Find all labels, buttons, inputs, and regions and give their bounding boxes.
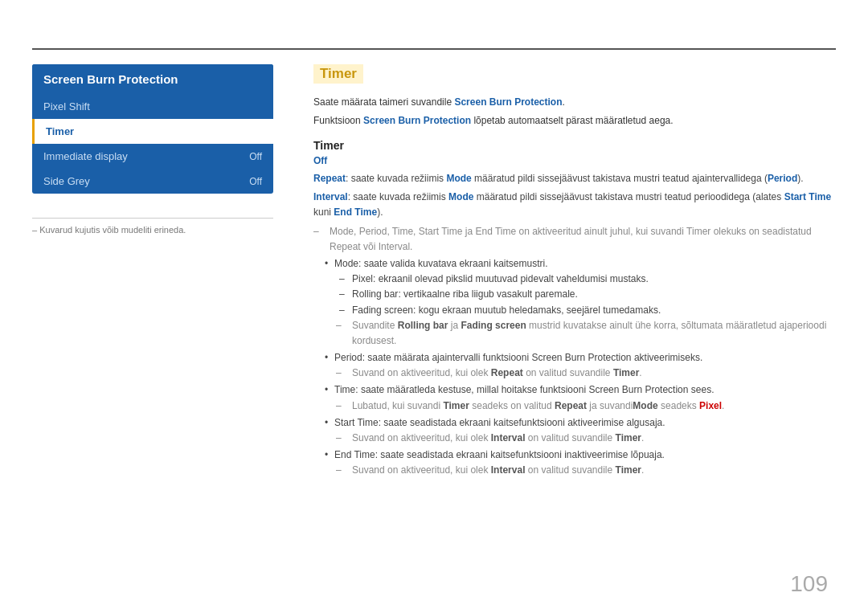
right-content: Timer Saate määrata taimeri suvandile Sc…: [313, 64, 836, 482]
intro-line1: Saate määrata taimeri suvandile Screen B…: [313, 95, 836, 109]
menu-item-timer-label: Timer: [46, 125, 74, 137]
interval-text: Interval: saate kuvada režiimis Mode mää…: [313, 190, 836, 220]
menu-item-pixelshift-label: Pixel Shift: [43, 100, 90, 112]
menu-item-immediate-value: Off: [249, 151, 262, 162]
note-mode-period: Mode, Period, Time, Start Time ja End Ti…: [313, 224, 836, 255]
menu-item-sidegrey-value: Off: [249, 176, 262, 187]
menu-item-immediate[interactable]: Immediate display Off: [32, 144, 273, 169]
bullet-list: Mode: saate valida kuvatava ekraani kait…: [325, 256, 836, 479]
bullet-mode: Mode: saate valida kuvatava ekraani kait…: [325, 256, 836, 272]
note-starttime: Suvand on aktiveeritud, kui olek Interva…: [336, 431, 836, 446]
menu-box: Screen Burn Protection Pixel Shift Timer…: [32, 64, 273, 194]
page-number: 109: [790, 571, 828, 597]
menu-item-sidegrey[interactable]: Side Grey Off: [32, 169, 273, 194]
bullet-period: Period: saate määrata ajaintervalli funk…: [325, 350, 836, 366]
left-panel: Screen Burn Protection Pixel Shift Timer…: [32, 64, 273, 235]
bullet-starttime: Start Time: saate seadistada ekraani kai…: [325, 415, 836, 431]
top-border: [32, 48, 836, 50]
section-title: Timer: [313, 64, 363, 84]
intro-line2: Funktsioon Screen Burn Protection lõpeta…: [313, 113, 836, 128]
menu-title: Screen Burn Protection: [32, 64, 273, 94]
menu-item-immediate-label: Immediate display: [43, 150, 128, 162]
status-off: Off: [313, 155, 836, 166]
menu-item-sidegrey-label: Side Grey: [43, 175, 90, 187]
note-period: Suvand on aktiveeritud, kui olek Repeat …: [336, 366, 836, 381]
bullet-time: Time: saate määratleda kestuse, millal h…: [325, 382, 836, 398]
dash-rolling: Rolling bar: vertikaalne riba liigub vas…: [336, 287, 836, 302]
dash-fading: Fading screen: kogu ekraan muutub heleda…: [336, 303, 836, 318]
bullet-endtime: End Time: saate seadistada ekraani kaits…: [325, 447, 836, 463]
interval-keyword: Interval: [313, 191, 348, 202]
note-time: Lubatud, kui suvandi Timer seadeks on va…: [336, 398, 836, 414]
note-rolling-fading: Suvandite Rolling bar ja Fading screen m…: [336, 318, 836, 349]
footnote: – Kuvarud kujutis võib mudeliti erineda.: [32, 218, 273, 235]
subsection-title: Timer: [313, 139, 836, 152]
repeat-text: Repeat: saate kuvada režiimis Mode määra…: [313, 171, 836, 186]
intro-highlight1: Screen Burn Protection: [454, 96, 562, 108]
menu-item-timer[interactable]: Timer: [32, 119, 273, 144]
repeat-keyword: Repeat: [313, 173, 346, 184]
intro-highlight2: Screen Burn Protection: [363, 115, 471, 126]
menu-item-pixelshift[interactable]: Pixel Shift: [32, 94, 273, 119]
dash-pixel: Pixel: ekraanil olevad pikslid muutuvad …: [336, 272, 836, 287]
note-endtime: Suvand on aktiveeritud, kui olek Interva…: [336, 463, 836, 478]
